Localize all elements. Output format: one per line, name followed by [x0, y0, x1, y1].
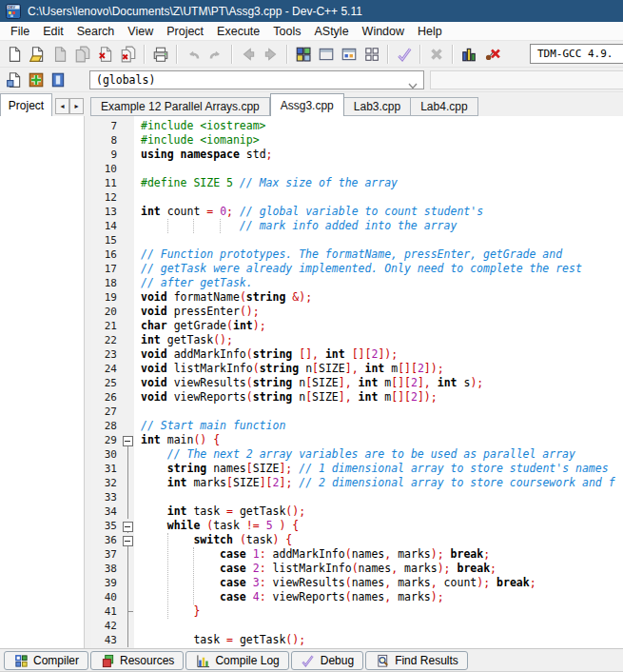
editor-code-area[interactable]: #include <iostream>#include <iomanip>usi… [134, 116, 623, 648]
indent-guide [193, 547, 194, 604]
toolbar-separator [176, 45, 178, 64]
close-file-button[interactable] [94, 43, 117, 66]
print-button[interactable] [149, 43, 172, 66]
toolbar-separator [231, 45, 233, 64]
back-button-disabled[interactable] [237, 43, 260, 66]
line-number: 36 [91, 533, 122, 547]
menu-view[interactable]: View [121, 22, 160, 41]
bottom-tab-resources[interactable]: Resources [90, 651, 184, 670]
menu-search[interactable]: Search [70, 22, 122, 41]
indent-guide [220, 219, 221, 233]
fold-line [122, 419, 134, 433]
tab-scroll-right-button[interactable]: ▸ [69, 98, 84, 114]
abort-compilation-button-disabled[interactable] [425, 43, 448, 66]
run-button[interactable] [315, 43, 338, 66]
tab-scroll-left-button[interactable]: ◂ [55, 98, 69, 114]
editor-tab-lab4-cpp[interactable]: Lab4.cpp [411, 97, 477, 116]
bottom-tab-debug[interactable]: Debug [291, 651, 363, 670]
members-combo-empty[interactable] [430, 70, 623, 89]
toolbar-separator [452, 45, 454, 64]
add-to-project-button[interactable] [25, 69, 47, 90]
compiler-set-combo[interactable]: TDM-GCC 4.9. [530, 44, 623, 64]
delete-profiling-button[interactable] [480, 43, 503, 66]
rebuild-all-button[interactable] [360, 43, 383, 66]
gutter-line-26: 26 [91, 390, 134, 405]
gutter-line-43: 43 [91, 633, 134, 647]
menu-execute[interactable]: Execute [210, 22, 266, 41]
undo-button-disabled[interactable] [182, 43, 204, 66]
bottom-tab-find-results[interactable]: Find Results [365, 651, 468, 670]
fold-line [122, 133, 134, 148]
toolbar-separator [419, 45, 421, 64]
fold-line [122, 362, 134, 376]
menu-project[interactable]: Project [160, 22, 210, 41]
menu-edit[interactable]: Edit [36, 22, 70, 41]
compile-and-run-button[interactable] [338, 43, 360, 66]
menu-window[interactable]: Window [356, 22, 411, 41]
project-panel-tree[interactable] [0, 116, 85, 648]
code-line-32: int marks[SIZE][2]; // 2 dimensional arr… [134, 476, 623, 490]
open-file-button[interactable] [26, 43, 49, 66]
gutter-line-31: 31 [91, 462, 134, 476]
compile-log-icon [195, 653, 210, 668]
forward-button-disabled[interactable] [260, 43, 282, 66]
globals-combo[interactable]: (globals) [89, 70, 424, 89]
line-number: 19 [91, 290, 122, 305]
save-file-button-disabled[interactable] [49, 43, 71, 66]
editor-tab-example-12-parallel-arrays-cpp[interactable]: Example 12 Parallel Arrays.cpp [90, 97, 270, 116]
code-line-42 [134, 619, 623, 633]
remove-from-project-button[interactable] [47, 69, 68, 90]
redo-button-disabled[interactable] [204, 43, 227, 66]
line-number: 21 [91, 319, 122, 333]
fold-toggle-icon[interactable] [122, 533, 134, 547]
profile-analysis-button[interactable] [458, 43, 480, 66]
bottom-tab-compile-log[interactable]: Compile Log [185, 651, 288, 670]
line-number: 32 [91, 476, 122, 490]
code-line-34: int task = getTask(); [134, 504, 623, 519]
gutter-line-32: 32 [91, 476, 134, 490]
window-title: C:\Users\lenovo\Documents\Z\UTM\PT\Assg3… [28, 5, 362, 18]
line-number: 37 [91, 547, 122, 562]
fold-toggle-icon[interactable] [122, 433, 134, 447]
fold-toggle-icon[interactable] [122, 519, 134, 533]
fold-line [122, 190, 134, 205]
menu-file[interactable]: File [4, 22, 36, 41]
panel-splitter[interactable] [85, 116, 91, 648]
line-number: 20 [91, 305, 122, 319]
close-all-button[interactable] [117, 43, 140, 66]
gutter-line-13: 13 [91, 205, 134, 219]
new-source-file-button[interactable] [3, 43, 26, 66]
editor-gutter: 7891011121314151617181920212223242526272… [91, 116, 134, 648]
gutter-line-7: 7 [91, 119, 134, 133]
toolbar-separator [387, 45, 389, 64]
code-line-41: } [134, 604, 623, 619]
bottom-tab-compiler[interactable]: Compiler [4, 651, 88, 670]
tab-project-panel[interactable]: Project [0, 93, 52, 116]
editor-tab-assg3-cpp[interactable]: Assg3.cpp [270, 93, 344, 116]
compile-button[interactable] [292, 43, 315, 66]
gutter-line-25: 25 [91, 376, 134, 390]
menu-help[interactable]: Help [411, 22, 449, 41]
save-all-button-disabled[interactable] [71, 43, 94, 66]
fold-line [122, 562, 134, 576]
syntax-check-button[interactable] [393, 43, 416, 66]
line-number: 33 [91, 490, 122, 504]
gutter-line-24: 24 [91, 362, 134, 376]
bottom-tab-label: Resources [120, 654, 174, 667]
editor-tab-lab3-cpp[interactable]: Lab3.cpp [344, 97, 411, 116]
gutter-line-8: 8 [91, 133, 134, 148]
new-unit-button[interactable] [3, 69, 25, 90]
compiler-icon [13, 653, 29, 668]
tab-scroll-arrows: ◂ ▸ [55, 98, 84, 114]
fold-line [122, 604, 134, 619]
line-number: 31 [91, 462, 122, 476]
fold-line [122, 376, 134, 390]
fold-line [122, 176, 134, 190]
gutter-line-16: 16 [91, 247, 134, 262]
indent-guide [193, 219, 194, 233]
gutter-line-42: 42 [91, 619, 134, 633]
menu-tools[interactable]: Tools [266, 22, 307, 41]
menu-astyle[interactable]: AStyle [307, 22, 355, 41]
gutter-line-19: 19 [91, 290, 134, 305]
code-line-31: string names[SIZE]; // 1 dimensional arr… [134, 462, 623, 476]
